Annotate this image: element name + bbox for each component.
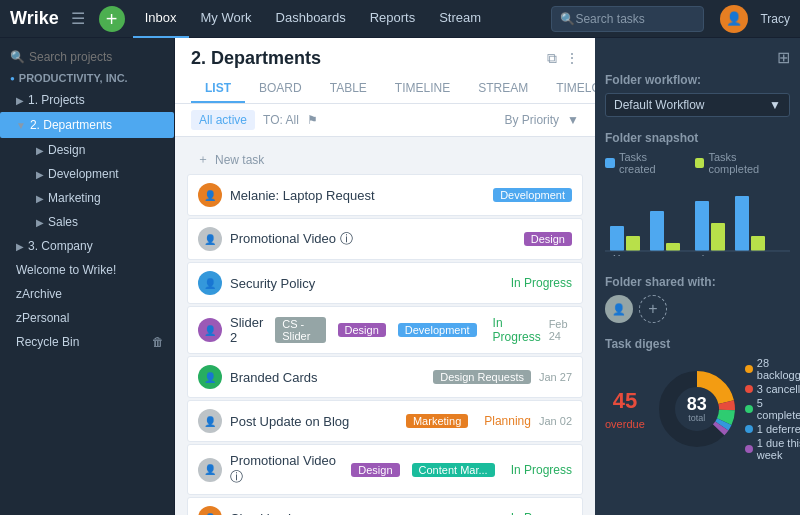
tag: Design: [351, 463, 399, 477]
task-name: Security Policy: [230, 276, 495, 291]
task-name: Checking In: [230, 511, 495, 516]
task-list: ＋ New task 👤 Melanie: Laptop Request Dev…: [175, 137, 595, 515]
sidebar-item-zpersonal[interactable]: zPersonal: [0, 306, 174, 330]
table-row[interactable]: 👤 Checking In In Progress: [187, 497, 583, 515]
avatar: 👤: [198, 506, 222, 515]
sort-chevron-icon[interactable]: ▼: [567, 113, 579, 127]
menu-icon[interactable]: ☰: [71, 9, 85, 28]
task-name: Slider 2: [230, 315, 263, 345]
task-status: Planning: [484, 414, 531, 428]
copy-icon[interactable]: ⧉: [547, 50, 557, 67]
rss-icon[interactable]: ⊞: [777, 48, 790, 67]
task-date: Jan 27: [539, 371, 572, 383]
tab-timeline[interactable]: TIMELINE: [381, 75, 464, 103]
task-name: Branded Cards: [230, 370, 421, 385]
shared-section: Folder shared with: 👤 +: [605, 275, 790, 323]
sidebar-search-icon: 🔍: [10, 50, 25, 64]
tab-list[interactable]: LIST: [191, 75, 245, 103]
sidebar-search-input[interactable]: [29, 50, 175, 64]
task-status: In Progress: [511, 511, 572, 515]
table-row[interactable]: 👤 Post Update on Blog Marketing Planning…: [187, 400, 583, 442]
nav-mywork[interactable]: My Work: [189, 0, 264, 38]
table-row[interactable]: 👤 Promotional Video ⓘ Design Content Mar…: [187, 444, 583, 495]
filter-icon[interactable]: ⚑: [307, 113, 318, 127]
shared-add-button[interactable]: +: [639, 295, 667, 323]
sidebar-item-company[interactable]: ▶ 3. Company: [0, 234, 174, 258]
sidebar-item-sales[interactable]: ▶ Sales: [28, 210, 174, 234]
folder-title: 2. Departments: [191, 48, 321, 69]
sort-priority-btn[interactable]: By Priority: [504, 113, 559, 127]
legend-completed-label: Tasks completed: [708, 151, 790, 175]
nav-reports[interactable]: Reports: [358, 0, 428, 38]
arrow-icon: ▼: [16, 120, 26, 131]
nav-dashboards[interactable]: Dashboards: [264, 0, 358, 38]
task-status: In Progress: [511, 276, 572, 290]
sidebar-item-marketing[interactable]: ▶ Marketing: [28, 186, 174, 210]
app-logo: Wrike: [10, 8, 59, 29]
new-task-row[interactable]: ＋ New task: [187, 145, 583, 174]
main-layout: 🔍 PRODUCTIVITY, INC. ▶ 1. Projects ▼ 2. …: [0, 38, 800, 515]
sidebar-item-departments[interactable]: ▼ 2. Departments +: [0, 112, 174, 138]
avatar: 👤: [198, 227, 222, 251]
folder-title-row: 2. Departments ⧉ ⋮: [191, 48, 579, 69]
stat-cancelled: 3 cancelled: [757, 383, 800, 395]
task-name: Post Update on Blog: [230, 414, 394, 429]
digest-section: Task digest 45 overdue: [605, 337, 790, 461]
task-name: Promotional Video ⓘ: [230, 453, 339, 486]
add-button[interactable]: +: [99, 6, 125, 32]
table-row[interactable]: 👤 Melanie: Laptop Request Development: [187, 174, 583, 216]
sidebar-item-projects[interactable]: ▶ 1. Projects: [0, 88, 174, 112]
folder-tabs: LIST BOARD TABLE TIMELINE STREAM TIMELOG…: [191, 75, 579, 103]
table-row[interactable]: 👤 Security Policy In Progress: [187, 262, 583, 304]
donut-total-label: total: [687, 413, 707, 423]
chart-area: Mar Apr: [605, 181, 790, 261]
bar-created-mar: [610, 226, 624, 251]
overdue-label: overdue: [605, 418, 645, 430]
arrow-icon: ▶: [36, 145, 44, 156]
arrow-icon: ▶: [36, 169, 44, 180]
sidebar-item-design[interactable]: ▶ Design: [28, 138, 174, 162]
sidebar-org: PRODUCTIVITY, INC.: [0, 68, 174, 88]
bar-created-2: [650, 211, 664, 251]
sidebar-item-recycle[interactable]: Recycle Bin 🗑: [0, 330, 174, 354]
more-icon[interactable]: ⋮: [565, 50, 579, 67]
table-row[interactable]: 👤 Branded Cards Design Requests Jan 27: [187, 356, 583, 398]
folder-filters: All active TO: All ⚑ By Priority ▼: [175, 104, 595, 137]
sidebar: 🔍 PRODUCTIVITY, INC. ▶ 1. Projects ▼ 2. …: [0, 38, 175, 515]
tab-table[interactable]: TABLE: [316, 75, 381, 103]
bar-created-4: [735, 196, 749, 251]
legend-created: Tasks created: [605, 151, 687, 175]
tab-board[interactable]: BOARD: [245, 75, 316, 103]
table-row[interactable]: 👤 Promotional Video ⓘ Design: [187, 218, 583, 260]
stat-backlogged: 28 backlogged: [757, 357, 800, 381]
chart-label-mar: Mar: [613, 253, 629, 256]
right-panel: ⊞ Folder workflow: Default Workflow ▼ Fo…: [595, 38, 800, 515]
bar-chart: Mar Apr: [605, 181, 790, 256]
workflow-dropdown[interactable]: Default Workflow ▼: [605, 93, 790, 117]
avatar[interactable]: 👤: [720, 5, 748, 33]
search-input[interactable]: [575, 12, 695, 26]
table-row[interactable]: 👤 Slider 2 CS - Slider Design Developmen…: [187, 306, 583, 354]
tab-stream[interactable]: STREAM: [464, 75, 542, 103]
filter-to[interactable]: TO: All: [263, 113, 299, 127]
trash-icon: 🗑: [152, 335, 164, 349]
bar-created-apr: [695, 201, 709, 251]
shared-avatar: 👤: [605, 295, 633, 323]
workflow-value: Default Workflow: [614, 98, 704, 112]
tab-timelog[interactable]: TIMELOG: [542, 75, 595, 103]
task-status: In Progress: [493, 316, 541, 344]
sidebar-item-zarchive[interactable]: zArchive: [0, 282, 174, 306]
search-bar: 🔍: [551, 6, 704, 32]
nav-stream[interactable]: Stream: [427, 0, 493, 38]
folder-header: 2. Departments ⧉ ⋮ LIST BOARD TABLE TIME…: [175, 38, 595, 104]
nav-inbox[interactable]: Inbox: [133, 0, 189, 38]
stat-row: 1 deferred: [745, 423, 800, 435]
sidebar-item-welcome[interactable]: Welcome to Wrike!: [0, 258, 174, 282]
legend-dot-green: [695, 158, 705, 168]
new-task-label: New task: [215, 153, 264, 167]
legend-completed: Tasks completed: [695, 151, 791, 175]
sidebar-item-development[interactable]: ▶ Development: [28, 162, 174, 186]
plus-icon: ＋: [197, 151, 209, 168]
filter-active-btn[interactable]: All active: [191, 110, 255, 130]
stat-dot-cancelled: [745, 385, 753, 393]
